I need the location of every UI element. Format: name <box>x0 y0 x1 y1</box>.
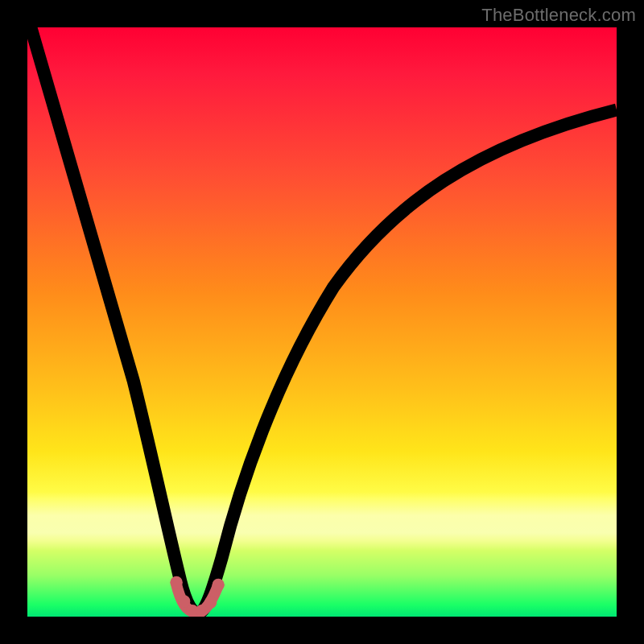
highlight-dot <box>171 576 183 588</box>
highlight-dot <box>178 595 190 607</box>
plot-area <box>27 27 617 617</box>
highlight-dot <box>212 579 224 591</box>
watermark-text: TheBottleneck.com <box>481 5 636 26</box>
bottleneck-curve-thicken <box>27 27 617 613</box>
curve-layer <box>27 27 617 617</box>
highlight-dot <box>204 597 217 609</box>
outer-frame: TheBottleneck.com <box>0 0 644 644</box>
